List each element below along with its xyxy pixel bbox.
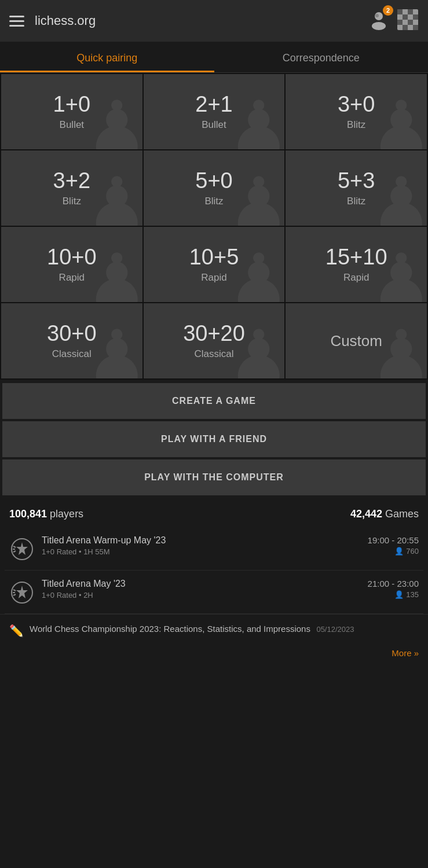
- pairing-5-0[interactable]: 5+0 Blitz ♟: [144, 150, 285, 226]
- pairing-3-0[interactable]: 3+0 Blitz ♟: [286, 74, 427, 149]
- play-computer-button[interactable]: PLAY WITH THE COMPUTER: [2, 459, 426, 495]
- chess-board-icon[interactable]: [397, 9, 419, 33]
- event-item-1[interactable]: Titled Arena May '23 1+0 Rated • 2H 21:0…: [5, 571, 423, 614]
- svg-line-21: [13, 594, 16, 595]
- pairing-2-1[interactable]: 2+1 Bullet ♟: [144, 74, 285, 149]
- pairing-3-2[interactable]: 3+2 Blitz ♟: [1, 150, 142, 226]
- header-right: 2: [368, 9, 419, 33]
- event-time-block-0: 19:00 - 20:55 👤 760: [368, 535, 419, 556]
- svg-line-15: [13, 546, 16, 547]
- tab-quick-pairing[interactable]: Quick pairing: [0, 42, 214, 72]
- tab-bar: Quick pairing Correspondence: [0, 42, 428, 73]
- svg-rect-5: [408, 9, 413, 14]
- events-list: Titled Arena Warm-up May '23 1+0 Rated •…: [0, 527, 428, 614]
- tab-correspondence[interactable]: Correspondence: [214, 42, 429, 72]
- svg-marker-18: [16, 586, 28, 598]
- event-time-block-1: 21:00 - 23:00 👤 135: [368, 579, 419, 599]
- notification-wrapper[interactable]: 2: [368, 9, 390, 33]
- svg-rect-11: [413, 25, 418, 30]
- pairing-30-0[interactable]: 30+0 Classical ♟: [1, 303, 142, 378]
- stats-bar: 100,841 players 42,442 Games: [0, 498, 428, 527]
- svg-rect-9: [408, 20, 413, 25]
- svg-line-20: [13, 590, 16, 591]
- pairing-custom[interactable]: Custom ♟: [286, 303, 427, 378]
- create-game-button[interactable]: CREATE A GAME: [2, 383, 426, 419]
- svg-line-16: [13, 551, 16, 552]
- games-stat: 42,442 Games: [350, 508, 419, 520]
- pairing-1-0[interactable]: 1+0 Bullet ♟: [1, 74, 142, 149]
- play-friend-button[interactable]: PLAY WITH A FRIEND: [2, 421, 426, 457]
- svg-point-1: [372, 22, 386, 30]
- tournament-icon-0: [9, 536, 35, 562]
- event-players-0: 👤 760: [368, 547, 419, 556]
- pairing-10-5[interactable]: 10+5 Rapid ♟: [144, 227, 285, 302]
- svg-rect-7: [413, 14, 418, 20]
- event-item-0[interactable]: Titled Arena Warm-up May '23 1+0 Rated •…: [5, 527, 423, 571]
- svg-rect-4: [397, 9, 403, 14]
- news-text-block: World Chess Championship 2023: Reactions…: [30, 623, 354, 635]
- svg-rect-6: [403, 14, 408, 20]
- pairing-30-20[interactable]: 30+20 Classical ♟: [144, 303, 285, 378]
- pencil-icon: ✏️: [9, 624, 24, 638]
- notification-badge: 2: [383, 5, 393, 16]
- site-title: lichess.org: [35, 13, 96, 28]
- header-left: lichess.org: [9, 13, 96, 28]
- svg-rect-10: [403, 25, 408, 30]
- header: lichess.org 2: [0, 0, 428, 42]
- tournament-icon-1: [9, 580, 35, 605]
- svg-rect-8: [397, 20, 403, 25]
- more-link[interactable]: More »: [0, 642, 428, 667]
- news-section: ✏️ World Chess Championship 2023: Reacti…: [0, 614, 428, 642]
- pairing-5-3[interactable]: 5+3 Blitz ♟: [286, 150, 427, 226]
- event-info-1: Titled Arena May '23 1+0 Rated • 2H: [42, 579, 361, 599]
- event-players-1: 👤 135: [368, 590, 419, 599]
- svg-marker-13: [16, 542, 28, 555]
- players-stat: 100,841 players: [9, 508, 83, 520]
- event-info-0: Titled Arena Warm-up May '23 1+0 Rated •…: [42, 535, 361, 556]
- hamburger-menu[interactable]: [9, 16, 24, 27]
- pairing-15-10[interactable]: 15+10 Rapid ♟: [286, 227, 427, 302]
- news-item-0[interactable]: ✏️ World Chess Championship 2023: Reacti…: [9, 623, 419, 638]
- pairing-grid: 1+0 Bullet ♟ 2+1 Bullet ♟ 3+0 Blitz ♟ 3+…: [0, 73, 428, 380]
- svg-point-2: [375, 14, 379, 17]
- pairing-10-0[interactable]: 10+0 Rapid ♟: [1, 227, 142, 302]
- action-buttons: CREATE A GAME PLAY WITH A FRIEND PLAY WI…: [0, 381, 428, 498]
